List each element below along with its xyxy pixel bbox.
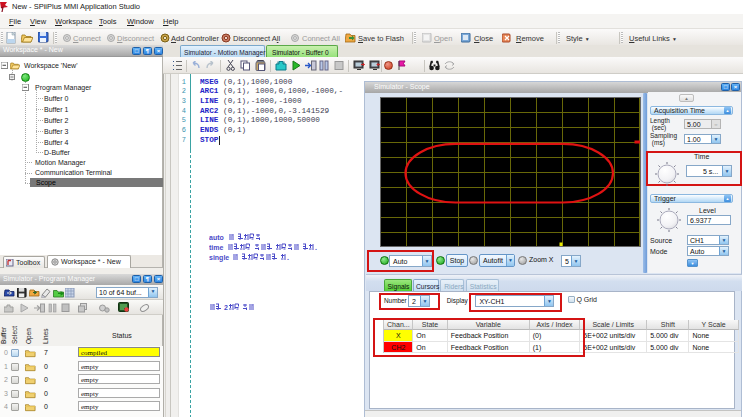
svg-text:2: 2 [224, 304, 228, 311]
svg-text:single: single [209, 254, 229, 262]
svg-text:auto: auto [209, 234, 224, 241]
svg-text:.: . [287, 254, 289, 261]
svg-text:.: . [315, 244, 317, 251]
svg-text:time: time [209, 244, 224, 251]
